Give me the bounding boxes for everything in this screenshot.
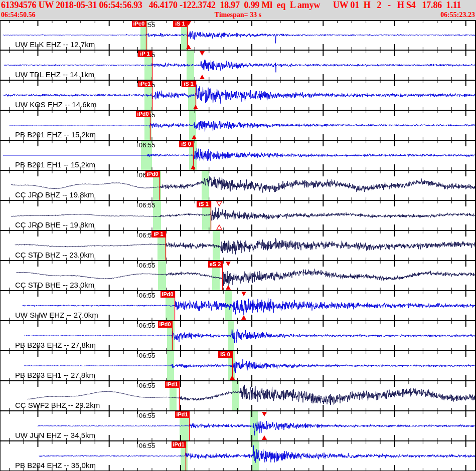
minute-label: 06:55 — [139, 292, 155, 299]
minute-label: 06:55 — [139, 412, 155, 419]
station-label: PB B204 EHZ -- 35.0km — [15, 461, 96, 469]
pick-flag-ipc1[interactable]: iPc1 — [138, 81, 152, 87]
station-label: UW ELK EHZ -- 12.7km — [15, 40, 95, 49]
station-label: CC JRO BHZ -- 19.8km — [15, 190, 94, 199]
pick-flag-ipc0[interactable]: iPc0 — [132, 21, 146, 27]
station-label: CC STD BHZ -- 23.0km — [15, 251, 94, 259]
minute-label: 06:55 — [139, 382, 155, 389]
pick-flag-ipd0[interactable]: iPd0 — [145, 171, 160, 177]
trace-row-pb-b201[interactable]: 06:55PB B201 EH1 -- 15.2kmiS 0 — [0, 140, 476, 170]
minute-label: 06:55 — [139, 141, 155, 149]
trace-row-cc-jro[interactable]: 06:55CC JRO BHE -- 19.8kmiS 1 — [0, 200, 476, 230]
trace-row-uw-jun[interactable]: 06:55UW JUN EHZ -- 34.5kmiPd1 — [0, 411, 476, 441]
window-end-time: 06:55:23.23 — [440, 11, 475, 19]
trace-row-uw-shw[interactable]: 06:55UW SHW EHZ -- 27.0kmiPd0 — [0, 291, 476, 321]
station-label: UW KOS EHZ -- 14.6km — [15, 100, 97, 109]
trace-row-cc-jro[interactable]: 06:55CC JRO BHZ -- 19.8kmiPd0 — [0, 170, 476, 200]
station-label: CC STD BHE -- 23.0km — [15, 281, 94, 289]
pick-flag-ipd0[interactable]: iPd0 — [136, 111, 150, 117]
trace-row-pb-b203[interactable]: 06:55PB B203 EHZ -- 27.8kmiPd0 — [0, 321, 476, 351]
station-label: PB B201 EHZ -- 15.2km — [15, 130, 96, 139]
pick-flag-ipd1[interactable]: iPd1 — [175, 411, 189, 418]
pick-flag-ipd1[interactable]: iPd1 — [165, 381, 179, 388]
pick-flag-is0[interactable]: iS 0 — [179, 141, 193, 147]
event-summary-line: 61394576 UW 2018-05-31 06:54:56.93 46.41… — [1, 0, 476, 11]
station-label: CC SWF2 BHZ -- 29.2km — [15, 401, 100, 409]
minute-label: 06:55 — [139, 201, 155, 209]
minute-label: 06:55 — [139, 352, 155, 359]
trace-row-pb-b201[interactable]: 06:55PB B201 EHZ -- 15.2kmiPd0 — [0, 110, 476, 140]
trace-row-cc-swf2[interactable]: 06:55CC SWF2 BHZ -- 29.2kmiPd1 — [0, 381, 476, 411]
pick-flag-is0[interactable]: iS 0 — [218, 351, 232, 358]
pick-flag-is1[interactable]: iS 1 — [182, 81, 196, 87]
station-label: UW TDL EHZ -- 14.1km — [15, 70, 94, 79]
pick-flag-ip1[interactable]: iP 1 — [138, 51, 152, 57]
station-label: CC JRO BHE -- 19.8km — [15, 220, 94, 229]
minute-label: 06:55 — [139, 442, 155, 449]
station-label: PB B201 EH1 -- 15.2km — [15, 160, 95, 169]
station-label: PB B203 EH1 -- 27.8km — [15, 371, 95, 379]
pick-flag-es2[interactable]: eS 2 — [208, 261, 222, 268]
minute-label: 06:55 — [139, 262, 155, 269]
station-label: UW JUN EHZ -- 34.5km — [15, 431, 95, 439]
minute-label: 06:55 — [139, 322, 155, 329]
station-label: PB B203 EHZ -- 27.8km — [15, 341, 96, 349]
pick-flag-is1[interactable]: iS 1 — [197, 201, 211, 207]
pick-flag-ip1[interactable]: iP 1 — [151, 231, 166, 238]
pick-flag-ipd1[interactable]: iPd1 — [172, 441, 186, 448]
trace-row-pb-b204[interactable]: 06:55PB B204 EHZ -- 35.0kmiPd1 — [0, 441, 476, 471]
station-label: UW SHW EHZ -- 27.0km — [15, 311, 98, 319]
trace-row-uw-elk[interactable]: 06:55UW ELK EHZ -- 12.7kmiPc0iS 1 — [0, 20, 476, 50]
pick-flag-is1[interactable]: iS 1 — [173, 21, 187, 27]
event-header: 61394576 UW 2018-05-31 06:54:56.93 46.41… — [0, 0, 476, 20]
trace-row-uw-tdl[interactable]: 06:55UW TDL EHZ -- 14.1kmiP 1 — [0, 50, 476, 80]
timespan-label: Timespan= 33 s — [0, 11, 476, 19]
pick-flag-ipd0[interactable]: iPd0 — [161, 291, 175, 298]
trace-row-cc-std[interactable]: 06:55CC STD BHZ -- 23.0kmiP 1 — [0, 230, 476, 261]
trace-row-cc-std[interactable]: 06:55CC STD BHE -- 23.0kmeS 2 — [0, 261, 476, 291]
pick-flag-ipd0[interactable]: iPd0 — [158, 321, 172, 328]
seismogram-viewer: 61394576 UW 2018-05-31 06:54:56.93 46.41… — [0, 0, 476, 471]
trace-row-pb-b203[interactable]: 06:55PB B203 EH1 -- 27.8kmiS 0 — [0, 351, 476, 381]
trace-row-uw-kos[interactable]: 06:55UW KOS EHZ -- 14.6kmiPc1iS 1 — [0, 80, 476, 110]
